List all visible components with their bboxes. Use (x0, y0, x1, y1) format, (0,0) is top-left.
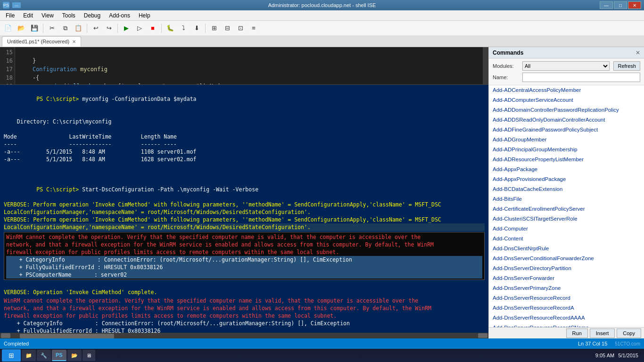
title-left: PS — (3, 2, 21, 8)
start-button[interactable]: ⊞ (2, 349, 21, 362)
menu-tools[interactable]: Tools (58, 11, 79, 20)
menu-view[interactable]: View (38, 11, 58, 20)
window-title: Administrator: pocloud.cloudapp.net - sh… (268, 2, 376, 8)
command-item-22[interactable]: Add-DnsServerResourceRecordA (489, 303, 644, 313)
menu-file[interactable]: File (2, 11, 18, 20)
copy-command-button[interactable]: Copy (617, 329, 641, 338)
menu-debug[interactable]: Debug (80, 11, 104, 20)
taskbar-powershell[interactable]: PS (52, 350, 66, 361)
h-scroll-left[interactable] (1, 333, 10, 338)
command-item-18[interactable]: Add-DnsServerDirectoryPartition (489, 263, 644, 273)
command-item-2[interactable]: Add-ADDomainControllerPasswordReplicatio… (489, 105, 644, 115)
zoom-out-button[interactable]: ⊟ (221, 23, 233, 34)
redo-button[interactable]: ↪ (103, 23, 115, 34)
cut-button[interactable]: ✂ (46, 23, 58, 34)
command-item-5[interactable]: Add-ADGroupMember (489, 135, 644, 145)
editor-scrollbar[interactable] (483, 47, 488, 84)
open-button[interactable]: 📂 (15, 23, 27, 34)
show-commands-button[interactable]: ≡ (248, 23, 260, 34)
code-content[interactable]: } Configuration myconfig -{ node ($allno… (15, 47, 483, 84)
line-numbers: 15 16 17 18 19 (0, 47, 15, 84)
taskbar-folder[interactable]: 📂 (67, 350, 82, 361)
term-verbose2b: LocalConfigurationManager,'namespaceName… (4, 223, 485, 231)
taskbar-server[interactable]: 🖥 (83, 350, 95, 361)
new-button[interactable]: 📄 (2, 23, 14, 34)
minimize-button[interactable]: — (600, 1, 613, 9)
command-item-21[interactable]: Add-DnsServerResourceRecord (489, 293, 644, 303)
script-editor[interactable]: 15 16 17 18 19 } Configuration myconfig … (0, 47, 488, 85)
term-error2-cat: + CategoryInfo : ConnectionError: (root/… (4, 320, 485, 327)
save-button[interactable]: 💾 (28, 23, 41, 34)
editor-content: 15 16 17 18 19 } Configuration myconfig … (0, 47, 488, 84)
line-num-15: 15 (2, 48, 13, 57)
command-item-9[interactable]: Add-AppxProvisionedPackage (489, 174, 644, 184)
stop-button[interactable]: ■ (147, 23, 159, 34)
run-command-button[interactable]: Run (566, 329, 588, 338)
menu-edit[interactable]: Edit (19, 11, 37, 20)
term-verbose2: VERBOSE: Perform operation 'Invoke CimMe… (4, 216, 485, 223)
command-item-4[interactable]: Add-ADFineGrainedPasswordPolicySubject (489, 125, 644, 135)
copy-button[interactable]: ⧉ (59, 23, 71, 34)
taskbar-ie[interactable]: 🔧 (37, 350, 51, 361)
refresh-button[interactable]: Refresh (613, 61, 640, 71)
taskbar-explorer[interactable]: 📁 (22, 350, 36, 361)
command-item-8[interactable]: Add-AppxPackage (489, 165, 644, 174)
term-error1-pcname: + PSComputerName : server02 (6, 271, 482, 279)
term-blank4 (4, 171, 485, 178)
tab-untitled1[interactable]: Untitled1.ps1* (Recovered) ✕ (2, 36, 81, 47)
term-blank1 (4, 110, 485, 118)
command-item-13[interactable]: Add-ClusteriSCSITargetServerRole (489, 214, 644, 224)
command-item-3[interactable]: Add-ADDSReadOnlyDomainControllerAccount (489, 115, 644, 125)
command-item-24[interactable]: Add-DnsServerResourceRecordCName (489, 323, 644, 327)
name-label: Name: (493, 74, 519, 80)
command-item-20[interactable]: Add-DnsServerPrimaryZone (489, 283, 644, 293)
toolbar-sep3 (117, 24, 118, 33)
command-item-12[interactable]: Add-CertificateEnrollmentPolicyServer (489, 204, 644, 214)
term-error1-main: WinRM cannot complete the operation. Ver… (6, 233, 482, 241)
insert-command-button[interactable]: Insert (590, 329, 615, 338)
zoom-in-button[interactable]: ⊞ (208, 23, 220, 34)
step-over-button[interactable]: ⤵ (177, 23, 190, 34)
modules-select[interactable]: All (522, 61, 610, 71)
term-error1-main2: network, and that a firewall exception f… (6, 241, 482, 248)
tab-bar: Untitled1.ps1* (Recovered) ✕ (0, 36, 644, 47)
toggle-panel-button[interactable]: ⊡ (234, 23, 247, 34)
command-item-1[interactable]: Add-ADComputerServiceAccount (489, 95, 644, 105)
command-item-10[interactable]: Add-BCDataCacheExtension (489, 184, 644, 194)
horizontal-scrollbar[interactable] (0, 333, 488, 338)
command-item-19[interactable]: Add-DnsServerForwarder (489, 273, 644, 283)
ie-icon: 🔧 (41, 353, 47, 359)
name-input[interactable] (522, 73, 640, 82)
menu-addons[interactable]: Add-ons (105, 11, 134, 20)
h-scroll-track[interactable] (10, 333, 478, 338)
tab-close-icon[interactable]: ✕ (72, 39, 76, 44)
h-scroll-right[interactable] (478, 333, 487, 338)
menu-help[interactable]: Help (135, 11, 154, 20)
folder-icon: 📂 (71, 353, 78, 359)
step-into-button[interactable]: ⬇ (190, 23, 203, 34)
maximize-button[interactable]: □ (614, 1, 627, 9)
command-item-15[interactable]: Add-Content (489, 234, 644, 244)
command-item-17[interactable]: Add-DnsServerConditionalForwarderZone (489, 254, 644, 263)
run-button[interactable]: ▶ (120, 23, 132, 34)
command-item-14[interactable]: Add-Computer (489, 224, 644, 234)
command-item-23[interactable]: Add-DnsServerResourceRecordAAAA (489, 313, 644, 323)
term-error2-main2: network, and that a firewall exception f… (4, 304, 485, 312)
command-item-7[interactable]: Add-ADResourcePropertyListMember (489, 155, 644, 165)
commands-close-icon[interactable]: ✕ (636, 49, 640, 56)
debug-button[interactable]: 🐛 (164, 23, 176, 34)
command-item-16[interactable]: Add-DnsClientNrptRule (489, 244, 644, 254)
terminal-container: PS C:\script> myconfig -ConfigurationDat… (0, 85, 488, 338)
command-item-11[interactable]: Add-BitsFile (489, 194, 644, 204)
h-scroll-thumb[interactable] (20, 334, 114, 338)
command-item-0[interactable]: Add-ADCentralAccessPolicyMember (489, 85, 644, 95)
term-dir-label: Directory: C:\script\myconfig (4, 118, 485, 125)
close-button[interactable]: ✕ (628, 1, 641, 9)
run-selection-button[interactable]: ▷ (133, 23, 146, 34)
command-item-6[interactable]: Add-ADPrincipalGroupMembership (489, 145, 644, 155)
term-error2-fqeid: + FullyQualifiedErrorId : HRESULT 0x8033… (4, 327, 485, 333)
line-num-18: 18 (2, 74, 13, 82)
undo-button[interactable]: ↩ (90, 23, 102, 34)
paste-button[interactable]: 📋 (72, 23, 84, 34)
terminal-area[interactable]: PS C:\script> myconfig -ConfigurationDat… (0, 85, 488, 333)
